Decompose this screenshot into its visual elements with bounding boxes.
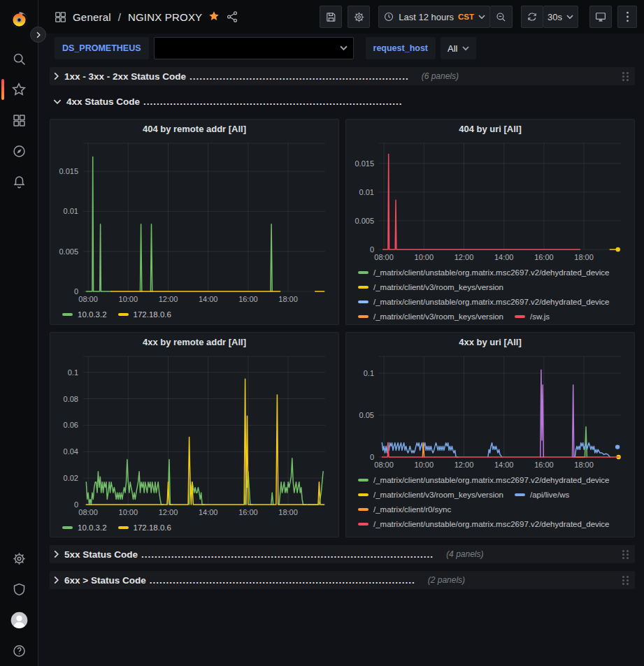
sidebar-item-server-admin[interactable] [0,574,38,605]
save-icon [325,11,337,23]
sidebar-item-explore[interactable] [0,136,38,166]
dashboard-title[interactable]: NGINX PROXY [128,11,202,23]
sidebar-item-profile[interactable] [0,605,38,635]
row-panel-count: (2 panels) [428,575,465,585]
legend-item[interactable]: /_matrix/client/v3/room_keys/version [358,487,503,502]
row-drag-handle[interactable] [621,549,631,560]
legend-swatch [358,301,368,303]
legend-swatch [118,313,129,316]
sidebar-item-configuration[interactable] [0,543,38,574]
svg-text:14:00: 14:00 [199,295,218,303]
svg-text:16:00: 16:00 [238,508,258,516]
refresh-button[interactable] [521,6,543,28]
svg-text:16:00: 16:00 [238,295,258,303]
bell-icon [12,175,27,189]
panel-legend: /_matrix/client/unstable/org.matrix.msc2… [350,265,631,324]
request-host-variable-select[interactable]: All [441,37,476,59]
dashboard-row-4xx[interactable]: 4xx Status Code ........................… [50,92,635,110]
panel-title[interactable]: 4xx by uri [All] [350,333,631,351]
legend-item[interactable]: /_matrix/client/v3/room_keys/version [358,309,503,324]
panel-4xx-by-uri: 4xx by uri [All] 08:0010:0012:0014:0016:… [345,332,635,537]
svg-text:12:00: 12:00 [455,253,474,261]
request-host-variable-value: All [448,43,457,54]
monitor-icon [594,10,607,23]
legend-item[interactable]: 10.0.3.2 [62,307,107,321]
legend-item[interactable]: /_matrix/client/unstable/org.matrix.msc2… [358,472,610,487]
clock-icon [383,11,394,22]
dashboard-settings-button[interactable] [348,6,370,28]
datasource-variable-label[interactable]: DS_PROMETHEUS [55,37,149,59]
svg-text:10:00: 10:00 [119,295,138,303]
legend-item[interactable]: /_matrix/client/unstable/org.matrix.msc2… [358,265,610,280]
breadcrumb-folder[interactable]: General [73,11,111,23]
share-icon [226,10,238,23]
svg-text:18:00: 18:00 [574,461,594,469]
navbar-actions: Last 12 hours CST [314,6,637,28]
svg-text:08:00: 08:00 [78,295,98,303]
legend-item[interactable]: 172.18.0.6 [118,307,171,321]
legend-swatch [358,479,368,482]
dashboard-row-5xx[interactable]: 5xx Status Code ........................… [50,545,635,563]
compass-icon [12,144,27,159]
dashboard-row-1xx-3xx-2xx[interactable]: 1xx - 3xx - 2xx Status Code ............… [50,67,635,85]
refresh-interval-picker[interactable]: 30s [543,6,578,28]
legend-item[interactable]: /_matrix/client/v3/room_keys/version [358,280,503,294]
legend-label: /_matrix/client/unstable/org.matrix.msc2… [373,298,610,306]
panel-404-by-remote-addr: 404 by remote addr [All] 08:0010:0012:00… [50,119,339,325]
legend-item[interactable]: 10.0.3.2 [62,520,107,535]
datasource-variable-select[interactable] [154,37,354,59]
panel-title[interactable]: 404 by uri [All] [350,120,631,138]
favorite-star-button[interactable] [208,10,220,24]
legend-item[interactable]: /_matrix/client/unstable/org.matrix.msc2… [358,294,610,309]
legend-swatch [358,523,368,526]
dashboard-variables-bar: DS_PROMETHEUS request_host All [38,34,644,63]
panel-title[interactable]: 4xx by remote addr [All] [54,333,335,351]
legend-item[interactable]: 172.18.0.6 [118,520,171,535]
svg-text:0: 0 [370,453,374,461]
caret-down-icon [566,15,573,20]
expand-sidebar-button[interactable] [30,27,46,43]
timeseries-chart[interactable]: 08:0010:0012:0014:0016:0018:0000.020.040… [54,351,335,519]
svg-text:0.01: 0.01 [64,207,78,215]
request-host-variable-label[interactable]: request_host [366,37,436,59]
svg-text:10:00: 10:00 [415,461,434,469]
panels-grid: 404 by remote addr [All] 08:0010:0012:00… [50,119,635,537]
legend-label: /_matrix/client/unstable/org.matrix.msc2… [373,476,610,484]
share-button[interactable] [226,10,238,23]
svg-text:0: 0 [370,245,374,254]
svg-text:10:00: 10:00 [119,508,138,516]
legend-label: /sw.js [530,312,550,321]
sidebar-item-help[interactable] [0,635,38,666]
legend-swatch [515,493,525,496]
row-title-dots: ........................................… [150,575,415,586]
dashboard-row-6xx[interactable]: 6xx > Status Code ......................… [50,571,635,589]
time-range-picker[interactable]: Last 12 hours CST [378,6,490,28]
legend-swatch [358,315,368,318]
row-title: 1xx - 3xx - 2xx Status Code [64,71,186,82]
sidebar-item-dashboards[interactable] [0,105,38,136]
row-drag-handle[interactable] [621,574,631,586]
legend-label: /_matrix/client/r0/sync [373,505,451,514]
sidebar-item-alerting[interactable] [0,166,38,197]
svg-text:0.1: 0.1 [68,368,78,377]
svg-text:0.08: 0.08 [64,395,78,403]
svg-text:10:00: 10:00 [415,253,434,261]
panel-title[interactable]: 404 by remote addr [All] [54,120,335,138]
search-icon [12,52,27,66]
legend-swatch [118,526,129,529]
timeseries-chart[interactable]: 08:0010:0012:0014:0016:0018:0000.0050.01… [350,138,631,263]
save-dashboard-button[interactable] [320,6,342,28]
sidebar-item-search[interactable] [0,43,38,74]
more-options-button[interactable] [617,6,637,28]
legend-item[interactable]: /sw.js [515,309,550,324]
zoom-out-time-button[interactable] [490,6,513,28]
legend-label: 10.0.3.2 [78,310,107,319]
legend-item[interactable]: /_matrix/client/unstable/org.matrix.msc2… [358,516,610,531]
legend-item[interactable]: /_matrix/client/r0/sync [358,502,451,516]
timeseries-chart[interactable]: 08:0010:0012:0014:0016:0018:0000.0050.01… [54,138,335,305]
sidebar-item-starred[interactable] [0,74,38,105]
row-drag-handle[interactable] [621,71,631,82]
legend-item[interactable]: /api/live/ws [515,487,569,502]
cycle-view-mode-button[interactable] [589,6,612,28]
timeseries-chart[interactable]: 08:0010:0012:0014:0016:0018:0000.050.1 [350,351,631,471]
